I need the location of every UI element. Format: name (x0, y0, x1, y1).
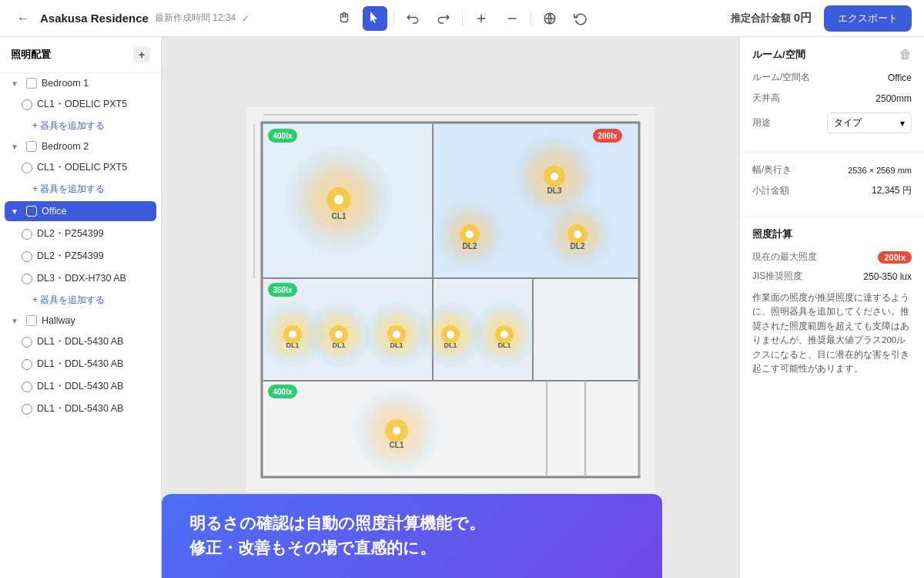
svg-text:DL1: DL1 (286, 341, 299, 349)
subtotal-row: 小計金額 12,345 円 (752, 184, 912, 197)
tool-undo[interactable] (400, 6, 425, 31)
svg-text:CL1: CL1 (390, 441, 404, 449)
svg-text:DL2: DL2 (463, 242, 477, 250)
room-section-header: ルーム/空間 🗑 (752, 48, 912, 62)
usage-select[interactable]: タイプ ▾ (827, 113, 912, 133)
sidebar-item-hallway-dl1-1[interactable]: DL1・DDL-5430 AB (0, 331, 161, 353)
room-name-value: Office (888, 72, 912, 83)
checkbox-bedroom1[interactable] (26, 78, 37, 89)
back-button[interactable]: ← (12, 8, 34, 29)
sidebar-item-label: DL1・DDL-5430 AB (37, 358, 123, 371)
svg-rect-10 (533, 278, 638, 378)
tooltip-line2: 修正・改善もその場で直感的に。 (189, 536, 634, 561)
instrument-circle-icon (22, 337, 32, 348)
tool-redo[interactable] (431, 6, 456, 31)
lighting-calc-title: 照度計算 (752, 227, 912, 241)
tool-subtract[interactable] (500, 6, 524, 31)
project-title: Asakusa Residence (40, 12, 149, 25)
tool-cursor[interactable] (363, 6, 387, 31)
tooltip-overlay: 明るさの確認は自動の照度計算機能で。 修正・改善もその場で直感的に。 (162, 494, 662, 578)
canvas-area[interactable]: CL1 DL3 DL2 DL2 (162, 37, 739, 578)
svg-text:CL1: CL1 (332, 212, 346, 220)
sidebar-item-hallway-dl1-3[interactable]: DL1・DDL-5430 AB (0, 375, 161, 398)
sidebar-item-label: Office (42, 206, 66, 217)
sidebar-item-hallway[interactable]: ▼ Hallway (0, 311, 161, 331)
svg-point-23 (334, 195, 343, 204)
toolbar-divider-2 (462, 11, 463, 26)
floorplan-container: CL1 DL3 DL2 DL2 (246, 107, 654, 492)
jis-value: 250-350 lux (863, 271, 912, 282)
main-area: 照明配置 + ▼ Bedroom 1 CL1・ODELIC PXT5 + 器具を… (0, 37, 924, 578)
svg-text:DL1: DL1 (390, 341, 403, 349)
topbar-toolbar (332, 6, 593, 31)
sidebar-add-bedroom1[interactable]: + 器具を追加する (0, 116, 161, 136)
checkbox-bedroom2[interactable] (26, 141, 37, 152)
instrument-circle-icon (22, 229, 32, 240)
svg-text:400lx: 400lx (273, 132, 292, 140)
sidebar-item-bedroom2-cl1[interactable]: CL1・ODELIC PXT5 (0, 156, 161, 179)
instrument-circle-icon (22, 381, 32, 392)
tool-add[interactable] (469, 6, 494, 31)
svg-point-47 (393, 331, 400, 338)
toolbar-divider-1 (393, 11, 394, 26)
subtotal-value: 12,345 円 (872, 184, 912, 197)
sidebar-item-office-dl3[interactable]: DL3・DDX-H730 AB (0, 267, 161, 290)
sidebar-item-office[interactable]: ▼ Office (5, 201, 156, 221)
sidebar-item-label: DL1・DDL-5430 AB (37, 380, 123, 393)
warning-text: 作業面の照度が推奨照度に達するように、照明器具を追加してください。推奨された照度… (752, 291, 912, 375)
sidebar-add-office[interactable]: + 器具を追加する (0, 290, 161, 311)
svg-point-27 (551, 173, 558, 180)
svg-point-31 (466, 230, 474, 238)
sidebar-item-label: DL2・PZ54399 (37, 227, 104, 240)
tool-rotate[interactable] (568, 6, 593, 31)
sidebar-item-label: DL3・DDX-H730 AB (37, 272, 126, 285)
ceiling-height-row: 天井高 2500mm (752, 92, 912, 105)
lighting-calc-section: 照度計算 現在の最大照度 200lx JIS推奨照度 250-350 lux 作… (740, 217, 924, 386)
instrument-circle-icon (22, 274, 32, 284)
dimensions-label: 幅/奥行き (752, 163, 792, 176)
max-lux-badge: 200lx (878, 251, 912, 264)
tooltip-line1: 明るさの確認は自動の照度計算機能で。 (189, 511, 634, 536)
room-name-label: ルーム/空間名 (752, 71, 810, 84)
sidebar-add-button[interactable]: + (133, 46, 150, 63)
floorplan-svg: CL1 DL3 DL2 DL2 (246, 107, 654, 492)
dimensions-section: 幅/奥行き 2536 × 2569 mm 小計金額 12,345 円 (740, 153, 924, 217)
sidebar-item-bedroom1[interactable]: ▼ Bedroom 1 (0, 73, 161, 93)
svg-text:400lx: 400lx (273, 388, 292, 396)
svg-point-55 (500, 331, 508, 338)
svg-text:DL1: DL1 (497, 341, 511, 349)
sidebar-item-hallway-dl1-2[interactable]: DL1・DDL-5430 AB (0, 353, 161, 375)
sidebar-item-office-dl2-1[interactable]: DL2・PZ54399 (0, 223, 161, 245)
export-button[interactable]: エクスポート (824, 5, 912, 32)
sidebar-item-bedroom1-cl1[interactable]: CL1・ODELIC PXT5 (0, 93, 161, 116)
sidebar-title: 照明配置 (11, 48, 51, 62)
sidebar-item-bedroom2[interactable]: ▼ Bedroom 2 (0, 136, 161, 156)
svg-point-59 (393, 427, 400, 435)
delete-room-button[interactable]: 🗑 (899, 48, 912, 62)
sidebar-item-label: Bedroom 2 (42, 141, 89, 152)
sidebar-item-label: DL1・DDL-5430 AB (37, 402, 123, 415)
dimensions-row: 幅/奥行き 2536 × 2569 mm (752, 163, 912, 176)
tool-hand[interactable] (332, 6, 357, 31)
sidebar-item-office-dl2-2[interactable]: DL2・PZ54399 (0, 245, 161, 267)
sidebar-item-label: Hallway (42, 315, 75, 326)
chevron-down-icon: ▼ (11, 79, 22, 88)
checkbox-office[interactable] (26, 206, 37, 217)
sidebar-header: 照明配置 + (0, 37, 161, 73)
sidebar-item-label: DL1・DDL-5430 AB (37, 335, 123, 348)
svg-text:DL1: DL1 (332, 341, 345, 349)
sidebar-add-bedroom2[interactable]: + 器具を追加する (0, 179, 161, 200)
jis-label: JIS推奨照度 (752, 270, 802, 283)
usage-value: タイプ (834, 116, 862, 129)
room-section: ルーム/空間 🗑 ルーム/空間名 Office 天井高 2500mm 用途 タイ… (740, 37, 924, 153)
svg-text:200lx: 200lx (598, 132, 617, 140)
ceiling-height-label: 天井高 (752, 92, 780, 105)
sidebar-item-label: CL1・ODELIC PXT5 (37, 98, 127, 111)
tool-link[interactable] (537, 6, 562, 31)
instrument-circle-icon (22, 99, 32, 110)
sidebar-item-hallway-dl1-4[interactable]: DL1・DDL-5430 AB (0, 398, 161, 420)
svg-text:DL3: DL3 (547, 187, 562, 195)
subtotal-label: 小計金額 (752, 184, 789, 197)
checkbox-hallway[interactable] (26, 315, 37, 326)
svg-text:DL2: DL2 (571, 242, 585, 250)
